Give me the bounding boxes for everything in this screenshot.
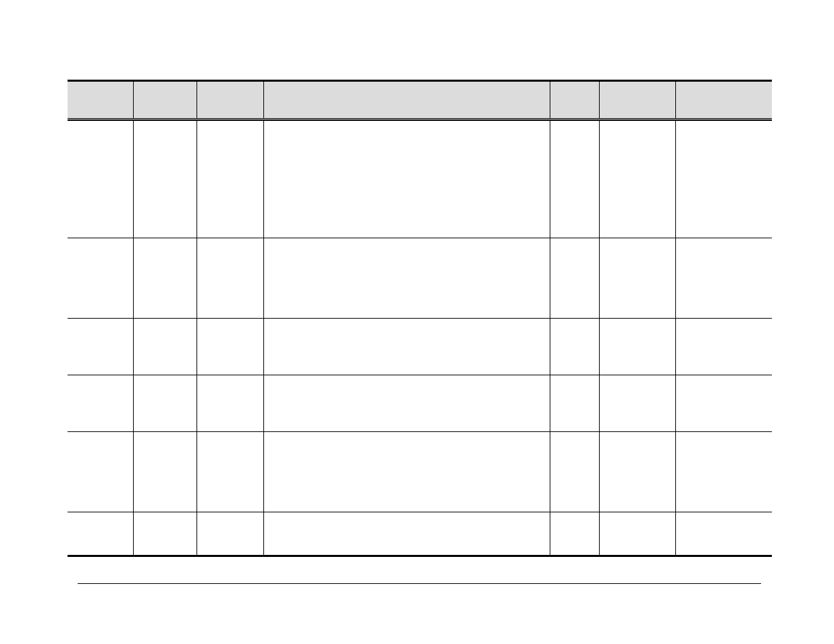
col-header-1 — [133, 82, 197, 119]
cell — [197, 512, 263, 556]
table-row — [68, 512, 772, 556]
cell — [676, 319, 772, 375]
cell — [197, 238, 263, 319]
cell — [197, 121, 263, 238]
cell — [264, 238, 550, 319]
cell — [133, 512, 197, 556]
table-row — [68, 121, 772, 238]
cell — [676, 432, 772, 512]
table-row — [68, 238, 772, 319]
data-table — [68, 82, 772, 555]
col-header-4 — [550, 82, 599, 119]
col-header-6 — [676, 82, 772, 119]
cell — [68, 319, 133, 375]
cell — [133, 432, 197, 512]
cell — [676, 375, 772, 432]
cell — [197, 375, 263, 432]
table-container — [68, 80, 772, 557]
cell — [550, 238, 599, 319]
cell — [676, 238, 772, 319]
cell — [600, 375, 676, 432]
cell — [550, 512, 599, 556]
table-row — [68, 319, 772, 375]
cell — [133, 238, 197, 319]
col-header-3 — [264, 82, 550, 119]
cell — [550, 432, 599, 512]
cell — [550, 319, 599, 375]
table-row — [68, 432, 772, 512]
cell — [550, 121, 599, 238]
table-row — [68, 375, 772, 432]
cell — [133, 319, 197, 375]
cell — [68, 432, 133, 512]
cell — [264, 432, 550, 512]
footer-rule — [78, 583, 761, 584]
cell — [133, 121, 197, 238]
cell — [68, 238, 133, 319]
cell — [264, 375, 550, 432]
cell — [197, 432, 263, 512]
cell — [68, 512, 133, 556]
cell — [68, 375, 133, 432]
cell — [133, 375, 197, 432]
cell — [264, 512, 550, 556]
cell — [550, 375, 599, 432]
table-header-row — [68, 82, 772, 119]
cell — [197, 319, 263, 375]
cell — [264, 319, 550, 375]
cell — [264, 121, 550, 238]
col-header-5 — [600, 82, 676, 119]
cell — [600, 238, 676, 319]
cell — [600, 319, 676, 375]
cell — [600, 512, 676, 556]
col-header-0 — [68, 82, 133, 119]
cell — [676, 512, 772, 556]
cell — [600, 432, 676, 512]
col-header-2 — [197, 82, 263, 119]
cell — [68, 121, 133, 238]
cell — [676, 121, 772, 238]
cell — [600, 121, 676, 238]
